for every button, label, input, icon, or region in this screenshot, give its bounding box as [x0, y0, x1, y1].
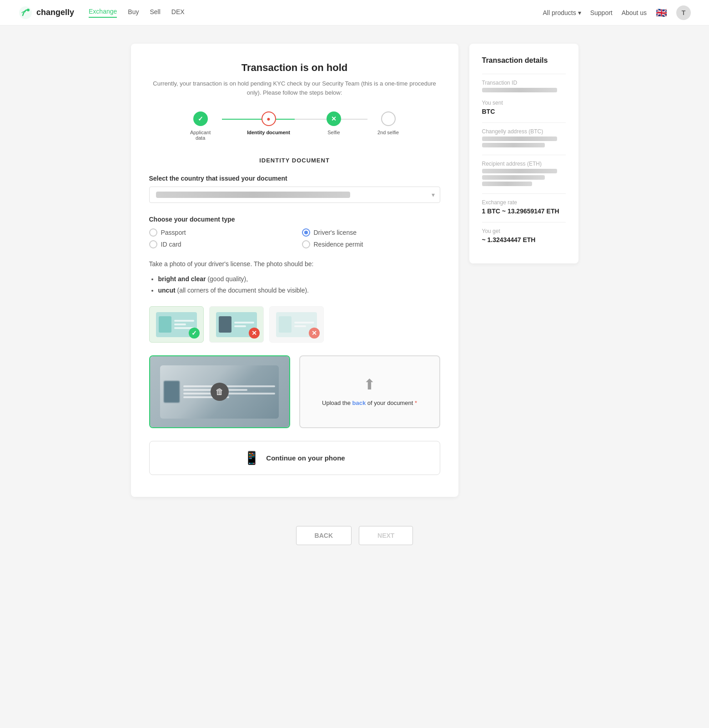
example-badge-bad2: ✕: [309, 328, 320, 339]
sidebar-you-sent: You sent BTC: [482, 100, 566, 115]
radio-residence[interactable]: Residence permit: [302, 240, 440, 248]
sidebar-divider: [482, 74, 566, 74]
you-get-label: You get: [482, 228, 566, 234]
id-lines-bad2: [292, 322, 314, 327]
all-products-label: All products: [543, 9, 576, 16]
sidebar-divider: [482, 155, 566, 155]
sidebar-divider: [482, 193, 566, 194]
nav-right: All products ▾ Support About us 🇬🇧 T: [543, 5, 691, 20]
exchange-rate-label: Exchange rate: [482, 199, 566, 206]
stepper: ✓ Applicantdata ● Identity document ✕ Se…: [149, 111, 440, 141]
trash-icon: 🗑: [216, 387, 224, 397]
back-button[interactable]: BACK: [296, 526, 352, 545]
example-images: ✓ ✕: [149, 306, 440, 343]
changelly-address-blurred1: [482, 136, 558, 141]
id-lines-good: [171, 320, 194, 329]
phone-cta-label: Continue on your phone: [266, 454, 345, 462]
svg-point-0: [19, 6, 32, 19]
avatar[interactable]: T: [676, 5, 691, 20]
recipient-blurred1: [482, 169, 558, 173]
doc-type-grid: Passport Driver's license ID card Reside…: [149, 228, 440, 248]
id-photo-bad1: [219, 316, 231, 333]
step-circle-applicant: ✓: [193, 111, 208, 126]
nav-links: Exchange Buy Sell DEX: [89, 8, 528, 18]
example-bad2: ✕: [269, 306, 324, 343]
radio-passport[interactable]: Passport: [149, 228, 287, 237]
flag-icon[interactable]: 🇬🇧: [656, 7, 667, 18]
country-label: Select the country that issued your docu…: [149, 175, 440, 182]
nav-support[interactable]: Support: [590, 9, 613, 16]
id-preview-lines: [183, 385, 275, 398]
id-line: [294, 325, 306, 327]
id-line: [174, 320, 194, 322]
nav-dex[interactable]: DEX: [171, 8, 185, 17]
stepper-steps: ✓ Applicantdata ● Identity document ✕ Se…: [190, 111, 399, 141]
radio-circle-residence: [302, 240, 310, 248]
nav-sell[interactable]: Sell: [150, 8, 160, 17]
next-button[interactable]: NEXT: [359, 526, 413, 545]
upload-cloud-icon: ⬆: [363, 376, 376, 393]
upload-row: 🗑 ⬆ Upload the back of your document *: [149, 355, 440, 428]
example-badge-ok: ✓: [189, 328, 200, 339]
all-products-menu[interactable]: All products ▾: [543, 9, 581, 16]
id-line: [174, 324, 186, 325]
sidebar-title: Transaction details: [482, 56, 566, 65]
navbar: changelly Exchange Buy Sell DEX All prod…: [0, 0, 709, 25]
upload-back-text-before: Upload the: [322, 399, 352, 406]
section-title: IDENTITY DOCUMENT: [149, 157, 440, 164]
upload-back-label: Upload the back of your document *: [322, 399, 417, 408]
step-circle-selfie2: [381, 111, 396, 126]
delete-front-button[interactable]: 🗑: [211, 383, 229, 401]
id-line: [234, 325, 246, 327]
sidebar-changelly-address: Changelly address (BTC): [482, 128, 566, 147]
sidebar-divider: [482, 222, 566, 222]
upload-front-box[interactable]: 🗑: [149, 355, 290, 428]
phone-cta[interactable]: 📱 Continue on your phone: [149, 441, 440, 475]
bullet-list: bright and clear (good quality), uncut (…: [149, 274, 440, 295]
upload-back-link[interactable]: back: [352, 399, 366, 406]
page-title: Transaction is on hold: [149, 62, 440, 74]
step-selfie2: 2nd selfie: [377, 111, 399, 141]
example-bad1: ✕: [209, 306, 264, 343]
nav-about[interactable]: About us: [622, 9, 647, 16]
radio-circle-passport: [149, 228, 157, 237]
step-label-identity: Identity document: [247, 130, 290, 135]
sidebar-divider: [482, 122, 566, 123]
doc-type-label: Choose your document type: [149, 216, 440, 223]
recipient-blurred3: [482, 182, 532, 186]
radio-label-drivers: Driver's license: [314, 229, 357, 236]
sidebar-card: Transaction details Transaction ID You s…: [469, 44, 578, 263]
instructions: Take a photo of your driver's license. T…: [149, 259, 440, 269]
example-badge-bad1: ✕: [249, 328, 260, 339]
nav-exchange[interactable]: Exchange: [89, 8, 117, 18]
logo-icon: [18, 5, 33, 20]
chevron-down-icon: ▾: [578, 9, 581, 16]
page-subtitle: Currently, your transaction is on hold p…: [149, 79, 440, 97]
page: Transaction is on hold Currently, your t…: [0, 25, 709, 515]
sidebar-recipient: Recipient address (ETH): [482, 161, 566, 186]
changelly-address-label: Changelly address (BTC): [482, 128, 566, 135]
logo[interactable]: changelly: [18, 5, 74, 20]
id-front-preview: 🗑: [150, 356, 289, 427]
phone-icon: 📱: [244, 450, 260, 465]
radio-circle-drivers: [302, 228, 310, 237]
nav-buy[interactable]: Buy: [128, 8, 139, 17]
recipient-blurred2: [482, 175, 545, 180]
id-lines-bad1: [231, 322, 254, 327]
transaction-id-label: Transaction ID: [482, 80, 566, 86]
radio-idcard[interactable]: ID card: [149, 240, 287, 248]
id-preview-line: [183, 393, 275, 394]
id-preview-photo: [164, 381, 180, 403]
id-line: [294, 322, 314, 324]
example-good: ✓: [149, 306, 204, 343]
logo-text: changelly: [36, 8, 74, 17]
upload-back-box[interactable]: ⬆ Upload the back of your document *: [299, 355, 440, 428]
step-label-applicant: Applicantdata: [190, 130, 211, 141]
step-identity: ● Identity document: [247, 111, 290, 141]
transaction-id-value-blurred: [482, 88, 558, 92]
radio-drivers[interactable]: Driver's license: [302, 228, 440, 237]
sidebar-exchange-rate: Exchange rate 1 BTC ~ 13.29659147 ETH: [482, 199, 566, 215]
changelly-address-blurred2: [482, 143, 545, 147]
country-select[interactable]: [149, 187, 440, 203]
main-card: Transaction is on hold Currently, your t…: [131, 44, 458, 497]
